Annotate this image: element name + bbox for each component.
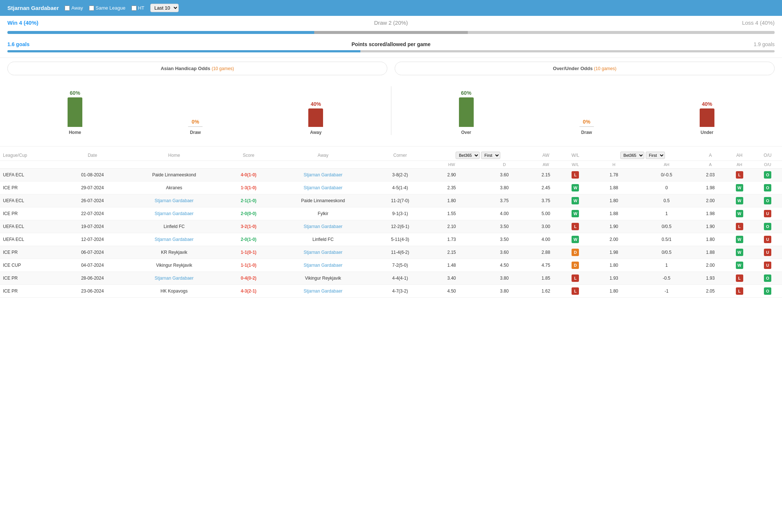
cell-ah: 0/-0.5 — [638, 169, 695, 182]
first-dropdown-1[interactable]: First — [481, 152, 500, 159]
cell-away: Stjarnan Gardabaer — [271, 285, 375, 298]
cell-a: 1.98 — [695, 182, 726, 194]
cell-league: ICE PR — [0, 272, 63, 285]
score[interactable]: 2-1(1-0) — [241, 198, 257, 203]
wl-badge: W — [572, 197, 579, 204]
cell-a: 2.00 — [695, 259, 726, 272]
home-team[interactable]: Stjarnan Gardabaer — [155, 276, 193, 281]
ou-badge: U — [764, 262, 771, 269]
ht-checkbox[interactable] — [131, 6, 137, 11]
cell-league: UEFA ECL — [0, 220, 63, 233]
ou-badge: O — [764, 287, 771, 295]
ht-checkbox-label[interactable]: HT — [131, 5, 144, 11]
score[interactable]: 0-4(0-2) — [241, 276, 257, 281]
away-label-ah: Away — [310, 130, 322, 135]
wl-badge: W — [572, 210, 579, 217]
cell-a: 2.03 — [695, 169, 726, 182]
score[interactable]: 3-2(1-0) — [241, 224, 257, 229]
cell-date: 04-07-2024 — [63, 259, 122, 272]
cell-date: 26-07-2024 — [63, 194, 122, 207]
score[interactable]: 1-3(1-0) — [241, 185, 257, 190]
cell-ah: 0.5/1 — [638, 233, 695, 246]
score[interactable]: 4-3(2-1) — [241, 289, 257, 294]
cell-a: 1.88 — [695, 246, 726, 259]
cell-ou: O — [753, 194, 782, 207]
last10-dropdown[interactable]: Last 10 Last 20 Last 30 — [150, 4, 179, 12]
cell-ah: 0 — [638, 182, 695, 194]
cell-home: KR Reykjavik — [122, 246, 226, 259]
col-score: Score — [226, 150, 271, 161]
home-team[interactable]: Stjarnan Gardabaer — [155, 237, 193, 242]
cell-date: 19-07-2024 — [63, 220, 122, 233]
wl-badge: W — [572, 236, 579, 243]
cell-ou: O — [753, 285, 782, 298]
home-team[interactable]: Stjarnan Gardabaer — [155, 198, 193, 203]
away-checkbox[interactable] — [65, 6, 70, 11]
col-corner: Corner — [375, 150, 425, 161]
cell-league: ICE PR — [0, 246, 63, 259]
score[interactable]: 2-0(1-0) — [241, 237, 257, 242]
same-league-label: Same League — [96, 5, 126, 11]
cell-ah: 1 — [638, 259, 695, 272]
first-dropdown-2[interactable]: First — [646, 152, 665, 159]
draw-pct-ah: 0% — [192, 119, 199, 125]
cell-wl: W — [561, 233, 590, 246]
away-team[interactable]: Stjarnan Gardabaer — [303, 172, 342, 177]
away-team[interactable]: Stjarnan Gardabaer — [303, 250, 342, 255]
away-team: Vikingur Reykjavik — [305, 276, 341, 281]
cell-ah2: W — [726, 194, 753, 207]
away-team[interactable]: Stjarnan Gardabaer — [303, 263, 342, 268]
cell-d: 4.00 — [478, 207, 531, 220]
col-league: League/Cup — [0, 150, 63, 161]
cell-score: 1-1(0-1) — [226, 246, 271, 259]
cell-h: 1.88 — [590, 182, 638, 194]
cell-ah2: W — [726, 207, 753, 220]
bet365-dropdown-1[interactable]: Bet365 — [456, 152, 480, 159]
goals-right: 1.9 goals — [583, 41, 775, 47]
score[interactable]: 1-1(1-0) — [241, 263, 257, 268]
ou-badge: O — [764, 197, 771, 204]
cell-hw: 4.50 — [425, 285, 478, 298]
same-league-checkbox-label[interactable]: Same League — [89, 5, 126, 11]
cell-corner: 7-2(5-0) — [375, 259, 425, 272]
away-bar-ah — [308, 108, 323, 127]
away-team: Fylkir — [318, 211, 329, 216]
cell-a: 2.05 — [695, 285, 726, 298]
over-bar — [459, 97, 474, 127]
cell-ou: O — [753, 182, 782, 194]
draw-label-ah: Draw — [190, 130, 201, 135]
score[interactable]: 2-0(0-0) — [241, 211, 257, 216]
same-league-checkbox[interactable] — [89, 6, 94, 11]
cell-ah2: W — [726, 233, 753, 246]
col-ou: O/U — [753, 150, 782, 161]
sub-wl: W/L — [561, 161, 590, 169]
loss-stat: Loss 4 (40%) — [519, 20, 775, 26]
cell-corner: 4-7(3-2) — [375, 285, 425, 298]
away-team[interactable]: Stjarnan Gardabaer — [303, 289, 342, 294]
cell-h: 1.78 — [590, 169, 638, 182]
cell-hw: 2.90 — [425, 169, 478, 182]
chart-under: 40% Under — [700, 101, 714, 135]
home-team[interactable]: Stjarnan Gardabaer — [155, 211, 193, 216]
cell-ah2: L — [726, 169, 753, 182]
stats-bar: Win 4 (40%) Draw 2 (20%) Loss 4 (40%) — [0, 16, 782, 30]
bet365-dropdown-2[interactable]: Bet365 — [620, 152, 644, 159]
cell-away: Paide Linnameeskond — [271, 194, 375, 207]
cell-ah: -1 — [638, 285, 695, 298]
cell-aw: 2.88 — [531, 246, 561, 259]
progress-bar-wrap — [0, 30, 782, 38]
cell-aw: 1.62 — [531, 285, 561, 298]
away-team[interactable]: Stjarnan Gardabaer — [303, 185, 342, 190]
away-team[interactable]: Stjarnan Gardabaer — [303, 224, 342, 229]
cell-ou: U — [753, 207, 782, 220]
over-label: Over — [461, 130, 471, 135]
table-row: ICE PR 29-07-2024 Akranes 1-3(1-0) Stjar… — [0, 182, 782, 194]
score[interactable]: 1-1(0-1) — [241, 250, 257, 255]
away-checkbox-label[interactable]: Away — [65, 5, 83, 11]
cell-corner: 11-4(6-2) — [375, 246, 425, 259]
progress-loss — [468, 31, 775, 34]
win-stat: Win 4 (40%) — [7, 20, 263, 26]
cell-date: 28-06-2024 — [63, 272, 122, 285]
chart-away-ah: 40% Away — [308, 101, 323, 135]
score[interactable]: 4-0(1-0) — [241, 172, 257, 177]
